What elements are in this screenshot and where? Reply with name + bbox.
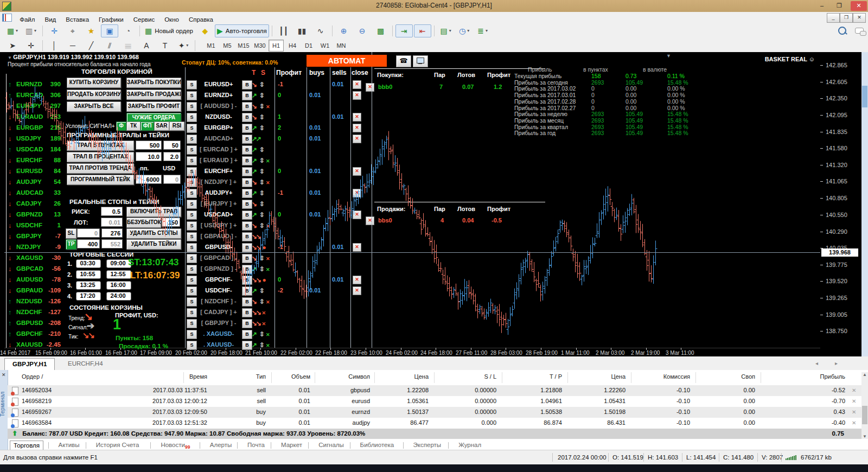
session-from-input[interactable]: 10:55 — [76, 270, 101, 279]
templates-icon[interactable]: ▤▾ — [437, 24, 455, 37]
sell-button[interactable]: S — [187, 308, 197, 317]
mdi-restore-button[interactable]: ❐ — [840, 13, 853, 23]
terminal-tab-Сигналы[interactable]: Сигналы — [315, 441, 347, 450]
timeframe-W1[interactable]: W1 — [317, 40, 333, 52]
watchlist-symbol[interactable]: AUDUSD — [16, 276, 43, 283]
sell-button[interactable]: S — [187, 297, 197, 307]
breakeven-button[interactable]: БЕЗУБЫТОК — [126, 218, 161, 228]
terminal-tab-Маркет[interactable]: Маркет — [278, 441, 305, 450]
buy-button[interactable]: B — [242, 124, 252, 133]
session-from-input[interactable]: 13:25 — [76, 281, 101, 290]
orders-column-Время[interactable]: Время — [142, 373, 207, 380]
buy-button[interactable]: B — [242, 232, 252, 241]
periods-icon[interactable]: ◷▾ — [456, 24, 473, 37]
close-position-icon[interactable]: ✕ — [353, 167, 361, 176]
watchlist-symbol[interactable]: EURUSD — [16, 168, 43, 174]
sell-button[interactable]: S — [187, 156, 197, 165]
sell-button[interactable]: S — [187, 276, 197, 285]
sl-input1[interactable] — [77, 228, 100, 238]
session-to-input[interactable]: 24:00 — [106, 292, 131, 301]
buy-button[interactable]: B — [242, 341, 252, 350]
lot-input[interactable] — [101, 218, 123, 227]
close-position-icon[interactable]: ✕ — [353, 135, 361, 143]
close-position-icon[interactable]: ✕ — [353, 286, 361, 295]
watchlist-symbol[interactable]: GBPUSD — [16, 320, 43, 326]
delete-takes-button[interactable]: УДАЛИТЬ ТЕЙКИ — [126, 239, 181, 250]
watchlist-symbol[interactable]: NZDCHF — [16, 309, 42, 315]
session-to-input[interactable]: 16:00 — [106, 281, 131, 290]
close-buys-button[interactable]: ЗАКРЫТЬ ПОКУПКИ — [126, 78, 181, 88]
enable-trail-button[interactable]: ВКЛЮЧИТЬ ТРАЛ — [126, 207, 181, 217]
autotrade-icon[interactable]: ▶Авто-торговля — [215, 24, 269, 37]
program-take-button[interactable]: ПРОГРАММНЫЙ ТЕЙК — [67, 175, 134, 185]
program-take-value2[interactable] — [163, 175, 181, 184]
close-position-icon[interactable]: ✕ — [353, 124, 361, 132]
close-order-icon[interactable]: ✕ — [852, 387, 856, 393]
metaeditor-icon[interactable]: ◆ — [196, 24, 214, 37]
buy-button[interactable]: B — [242, 167, 252, 176]
buy-button[interactable]: B — [242, 145, 252, 155]
orders-column-Ордер /[interactable]: Ордер / — [22, 373, 43, 380]
chart-tab-EURCHF,H4[interactable]: EURCHF,H4 — [60, 358, 111, 369]
session-from-input[interactable]: 17:20 — [76, 292, 101, 301]
orders-column-T / P[interactable]: T / P — [497, 373, 562, 380]
watchlist-symbol[interactable]: AUDJPY — [16, 178, 42, 185]
buy-button[interactable]: B — [242, 156, 252, 165]
close-order-icon[interactable]: ✕ — [852, 420, 856, 426]
orders-column-Своп[interactable]: Своп — [690, 373, 755, 380]
text-icon[interactable]: A — [138, 39, 155, 52]
close-position-icon[interactable]: ✕ — [353, 189, 361, 197]
buy-button[interactable]: B — [242, 276, 252, 285]
sell-button[interactable]: S — [187, 319, 197, 328]
close-position-icon[interactable]: ✕ — [353, 211, 361, 219]
watchlist-symbol[interactable]: USDJPY — [16, 135, 41, 142]
session-to-input[interactable]: 12:55 — [106, 270, 131, 279]
trail-percent-value1[interactable] — [136, 152, 162, 161]
risk-input[interactable] — [101, 207, 123, 216]
close-all-button[interactable]: ЗАКРЫТЬ ВСЕ — [67, 101, 121, 112]
orders-column-Цена[interactable]: Цена — [363, 373, 429, 380]
sl-button[interactable]: SL — [66, 228, 76, 239]
trail-percent-value2[interactable] — [163, 152, 181, 161]
buy-button[interactable]: B — [242, 102, 252, 111]
watchlist-symbol[interactable]: EURAUD — [16, 113, 43, 120]
buy-button[interactable]: B — [242, 200, 252, 209]
fibonacci-icon[interactable]: 𝄙 — [119, 39, 137, 52]
chat-icon[interactable] — [855, 28, 864, 34]
close-sells-button[interactable]: ЗАКРЫТЬ ПРОДАЖИ — [126, 90, 181, 100]
buy-button[interactable]: B — [242, 286, 252, 296]
buy-button[interactable]: B — [242, 297, 252, 307]
close-buys-basket-icon[interactable]: ✕ — [366, 83, 374, 92]
watchlist-symbol[interactable]: GBPNZD — [16, 211, 43, 218]
timeframe-D1[interactable]: D1 — [301, 40, 316, 52]
timeframe-M30[interactable]: M30 — [252, 40, 267, 52]
sell-button[interactable]: S — [187, 200, 197, 209]
terminal-tab-Журнал[interactable]: Журнал — [455, 441, 484, 450]
sell-button[interactable]: S — [187, 167, 197, 176]
market-watch-icon[interactable]: ✛ — [46, 24, 63, 37]
auto-scroll-icon[interactable]: ⇥ — [395, 24, 413, 37]
strategy-tester-icon[interactable]: ◔ — [119, 24, 137, 37]
trail-percent-button[interactable]: ТРАЛ В ПРОЦЕНТАХ — [67, 152, 134, 162]
orders-column-S / L[interactable]: S / L — [431, 373, 496, 380]
orders-scrollbar[interactable]: ▲ ▼ — [861, 372, 868, 439]
trail-countertrend-button[interactable]: ТРАЛ ПРОТИВ ТРЕНДА — [67, 163, 134, 174]
sell-button[interactable]: S — [187, 102, 197, 111]
watchlist-symbol[interactable]: CADJPY — [16, 200, 42, 207]
order-row[interactable]: 1469582192017.03.03 12:00:12sell0.01euru… — [8, 396, 863, 407]
sell-button[interactable]: S — [187, 330, 197, 339]
zoom-out-icon[interactable]: ⊖ — [354, 24, 371, 37]
new-chart-icon[interactable]: ▦▾ — [4, 24, 21, 37]
watchlist-symbol[interactable]: EURNZD — [16, 81, 42, 87]
mdi-close-button[interactable]: ✕ — [853, 13, 866, 23]
close-order-icon[interactable]: ✕ — [852, 409, 856, 415]
condition-ФП-button[interactable]: ФП — [141, 122, 154, 131]
chart-shift-icon[interactable]: ⇤ — [414, 24, 431, 37]
close-order-icon[interactable]: ✕ — [852, 398, 856, 404]
terminal-tab-Эксперты[interactable]: Эксперты — [410, 441, 444, 450]
timeframe-M5[interactable]: M5 — [220, 40, 235, 52]
tile-windows-icon[interactable]: ▩ — [372, 24, 390, 37]
zoom-in-icon[interactable]: ⊕ — [335, 24, 353, 37]
delete-stops-button[interactable]: УДАЛИТЬ СТОПЫ — [126, 228, 181, 239]
buy-button[interactable]: B — [242, 330, 252, 339]
